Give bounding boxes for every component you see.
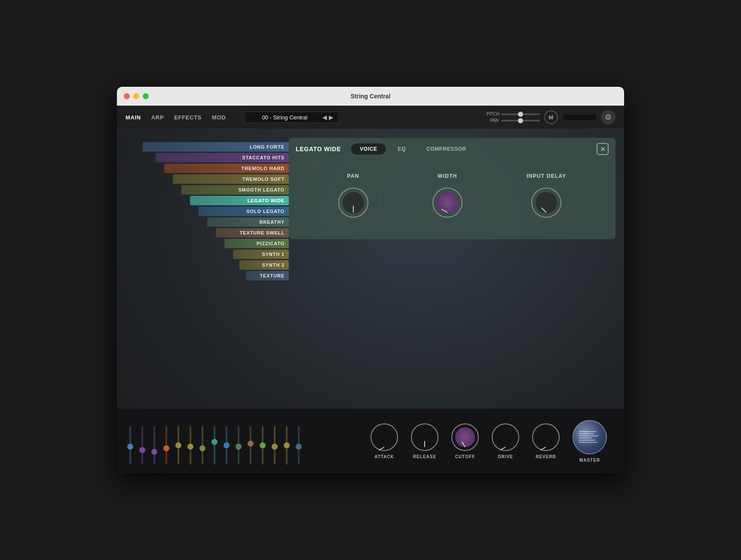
fader-track-10[interactable] [250, 426, 251, 465]
fader-track-14[interactable] [298, 426, 300, 465]
articulation-label-synth-2: SYNTH 2 [262, 262, 285, 268]
pitch-slider[interactable] [501, 113, 540, 115]
fader-channel-10 [246, 426, 255, 465]
articulation-smooth-legato[interactable]: SMOOTH LEGATO [126, 185, 289, 195]
fader-track-1[interactable] [141, 426, 143, 465]
fader-track-12[interactable] [274, 426, 276, 465]
articulation-synth-2[interactable]: SYNTH 2 [126, 260, 289, 270]
tab-effects[interactable]: EFFECTS [174, 113, 202, 122]
articulation-staccato-hits[interactable]: STACCATO HITS [126, 153, 289, 162]
articulation-breathy[interactable]: BREATHY [126, 217, 289, 227]
fader-thumb-13[interactable] [284, 442, 290, 448]
prev-preset-button[interactable]: ◀ [322, 114, 327, 121]
fader-thumb-8[interactable] [224, 442, 230, 448]
fader-track-3[interactable] [165, 426, 167, 465]
bottom-knobs: ATTACKRELEASECUTOFFDRIVEREVERBMASTER [303, 420, 615, 463]
fader-thumb-2[interactable] [151, 449, 157, 455]
fader-channel-5 [186, 426, 195, 465]
fader-track-11[interactable] [262, 426, 263, 465]
bottom-knob-label-release: RELEASE [413, 454, 436, 459]
articulation-legato-wide[interactable]: LEGATO WIDE [126, 196, 289, 205]
bottom-bar: ATTACKRELEASECUTOFFDRIVEREVERBMASTER [117, 409, 624, 473]
articulation-label-breathy: BREATHY [259, 219, 285, 225]
close-button[interactable] [124, 93, 130, 99]
fader-track-5[interactable] [190, 426, 191, 465]
fader-channel-6 [198, 426, 207, 465]
fader-track-8[interactable] [226, 426, 227, 465]
minimize-button[interactable] [133, 93, 139, 99]
fader-thumb-11[interactable] [260, 442, 266, 448]
pitch-pan-area: PITCH PAN M ⚙ [487, 110, 615, 125]
articulation-tremolo-soft[interactable]: TREMOLO SOFT [126, 174, 289, 184]
articulation-texture-swell[interactable]: TEXTURE SWELL [126, 228, 289, 237]
fader-track-9[interactable] [238, 426, 239, 465]
articulation-solo-legato[interactable]: SOLO LEGATO [126, 207, 289, 216]
articulation-texture[interactable]: TEXTURE [126, 271, 289, 280]
pan-thumb [518, 118, 523, 123]
fader-thumb-5[interactable] [187, 444, 193, 450]
input-delay-knob[interactable] [531, 188, 561, 218]
fader-thumb-4[interactable] [175, 442, 181, 448]
effects-close-button[interactable]: ✕ [597, 143, 609, 155]
articulation-pizzicato[interactable]: PIZZICATO [126, 239, 289, 248]
articulation-label-tremolo-soft: TREMOLO SOFT [242, 177, 285, 182]
effects-panel: LEGATO WIDE VOICE EQ COMPRESSOR ✕ PAN [289, 138, 615, 239]
pan-knob-label: PAN [347, 173, 359, 179]
fader-channel-12 [270, 426, 279, 465]
fader-track-7[interactable] [214, 426, 215, 465]
bottom-knob-inner-attack [374, 427, 394, 447]
articulation-long-forte[interactable]: LONG FORTE [126, 142, 289, 152]
fader-thumb-0[interactable] [127, 444, 133, 450]
fader-track-2[interactable] [153, 426, 155, 465]
articulation-bar-smooth-legato: SMOOTH LEGATO [181, 185, 289, 195]
master-button[interactable] [573, 420, 607, 454]
tab-arp[interactable]: ARP [151, 113, 164, 122]
preset-selector[interactable]: 00 - String Central ◀ ▶ [245, 112, 339, 123]
next-preset-button[interactable]: ▶ [329, 114, 334, 121]
bottom-knob-group-drive: DRIVE [492, 423, 519, 459]
tab-mod[interactable]: MOD [212, 113, 226, 122]
fader-channel-7 [210, 426, 219, 465]
bottom-knob-inner-reverb [536, 427, 556, 447]
tab-voice[interactable]: VOICE [351, 143, 386, 155]
fader-track-13[interactable] [286, 426, 288, 465]
articulation-synth-1[interactable]: SYNTH 1 [126, 250, 289, 259]
fader-track-6[interactable] [202, 426, 203, 465]
master-group: MASTER [573, 420, 607, 463]
fader-thumb-6[interactable] [199, 445, 205, 451]
fader-track-4[interactable] [178, 426, 179, 465]
fader-thumb-1[interactable] [139, 447, 145, 453]
bottom-knob-release[interactable] [411, 423, 438, 451]
width-knob[interactable] [432, 188, 462, 218]
fader-thumb-12[interactable] [272, 444, 278, 450]
fader-thumb-9[interactable] [236, 444, 242, 450]
bottom-knob-drive[interactable] [492, 423, 519, 451]
fader-thumb-14[interactable] [296, 444, 302, 450]
pan-slider[interactable] [501, 120, 540, 122]
tab-eq[interactable]: EQ [389, 143, 415, 155]
settings-icon[interactable]: ⚙ [601, 110, 615, 125]
master-label: MASTER [579, 458, 600, 463]
bottom-knob-tick-reverb [540, 447, 546, 450]
bottom-knob-tick-cutoff [462, 441, 465, 447]
fader-thumb-3[interactable] [163, 445, 169, 451]
bottom-knob-attack[interactable] [370, 423, 398, 451]
maximize-button[interactable] [143, 93, 149, 99]
articulation-bar-staccato-hits: STACCATO HITS [156, 153, 289, 162]
fader-channel-1 [138, 426, 147, 465]
fader-thumb-7[interactable] [211, 439, 217, 445]
m-button[interactable]: M [544, 110, 558, 124]
input-delay-inner [536, 192, 557, 213]
fader-track-0[interactable] [129, 426, 131, 465]
bottom-knob-tick-attack [379, 447, 384, 450]
tab-compressor[interactable]: COMPRESSOR [418, 143, 475, 155]
pan-knob[interactable] [338, 188, 368, 218]
header-nav: MAIN ARP EFFECTS MOD 00 - String Central… [117, 106, 624, 129]
pan-label: PAN [487, 118, 499, 123]
bottom-knob-cutoff[interactable] [451, 423, 479, 451]
bottom-knob-reverb[interactable] [532, 423, 560, 451]
articulation-tremolo-hard[interactable]: TREMOLO HARD [126, 164, 289, 173]
fader-thumb-10[interactable] [248, 441, 254, 447]
tab-main[interactable]: MAIN [126, 113, 141, 122]
articulation-bar-tremolo-hard: TREMOLO HARD [164, 164, 289, 173]
